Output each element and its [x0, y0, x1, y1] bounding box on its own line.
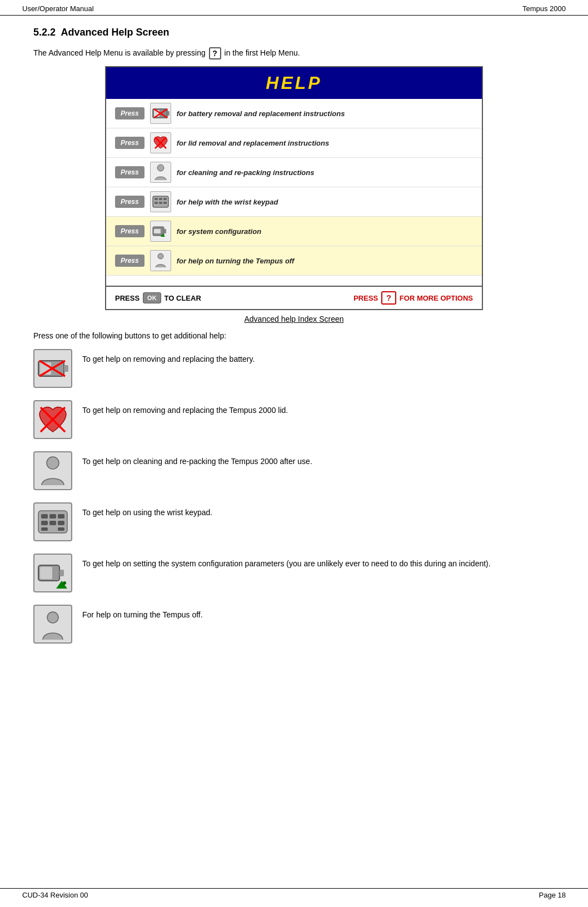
page-header: User/Operator Manual Tempus 2000 [0, 0, 588, 16]
svg-point-42 [47, 612, 58, 623]
screen-caption: Advanced help Index Screen [33, 315, 555, 323]
screen-icon-config [150, 221, 171, 242]
svg-rect-20 [64, 365, 68, 372]
svg-rect-13 [159, 202, 162, 204]
screen-container: HELP Press for battery removal and repla… [105, 66, 483, 310]
big-icon-lid [33, 400, 72, 439]
svg-rect-31 [41, 521, 48, 525]
press-btn-3: Press [115, 166, 144, 178]
svg-point-7 [157, 165, 164, 171]
section-heading: 5.2.2 Advanced Help Screen [33, 27, 555, 38]
screen-footer: PRESS OK TO CLEAR PRESS ? FOR MORE OPTIO… [106, 286, 482, 309]
screen-rows: Press for battery removal and replacemen… [106, 99, 482, 276]
intro-suffix: in the first Help Menu. [225, 48, 300, 57]
svg-rect-34 [41, 527, 48, 531]
screen-icon-battery [150, 103, 171, 124]
big-icon-config [33, 554, 72, 592]
press-btn-5: Press [115, 225, 144, 237]
screen-row-turnoff: Press for help on turning the Tempus off [106, 246, 482, 276]
ok-button-icon: OK [143, 292, 161, 303]
footer-for-more: FOR MORE OPTIONS [400, 294, 473, 302]
footer-to-clear: TO CLEAR [165, 294, 201, 302]
svg-rect-11 [163, 198, 167, 200]
svg-rect-16 [164, 229, 166, 233]
footer-right: Page 18 [539, 891, 566, 899]
svg-rect-1 [167, 111, 170, 116]
svg-point-18 [158, 253, 163, 259]
svg-rect-30 [58, 514, 64, 519]
screen-row-text-2: for lid removal and replacement instruct… [177, 139, 330, 147]
question-button-icon: ? [381, 291, 396, 305]
svg-point-26 [47, 457, 59, 469]
section-number: 5.2.2 [33, 27, 56, 38]
svg-rect-35 [58, 527, 64, 531]
big-icon-keypad [33, 502, 72, 541]
big-icon-battery [33, 349, 72, 388]
screen-icon-turnoff [150, 250, 171, 271]
header-right: Tempus 2000 [522, 4, 566, 13]
svg-rect-17 [154, 229, 161, 233]
screen-row-text-1: for battery removal and replacement inst… [177, 109, 345, 118]
screen-header: HELP [106, 67, 482, 99]
intro-text: The Advanced Help Menu is available by p… [33, 48, 206, 57]
footer-press-label: PRESS [115, 294, 139, 302]
icon-text-battery: To get help on removing and replacing th… [33, 349, 555, 388]
footer-press-label-2: PRESS [353, 294, 378, 302]
press-one-of-text: Press one of the following buttons to ge… [33, 331, 555, 340]
svg-rect-14 [163, 202, 167, 204]
svg-rect-29 [49, 514, 56, 519]
screen-footer-right: PRESS ? FOR MORE OPTIONS [353, 291, 473, 305]
page-footer: CUD-34 Revision 00 Page 18 [0, 888, 588, 901]
icon-text-lid: To get help on removing and replacing th… [33, 400, 555, 439]
intro-paragraph: The Advanced Help Menu is available by p… [33, 47, 555, 59]
screen-footer-left: PRESS OK TO CLEAR [115, 292, 201, 303]
icon-text-keypad: To get help on using the wrist keypad. [33, 502, 555, 541]
section-title: Advanced Help Screen [61, 27, 169, 38]
screen-row-keypad: Press for help with the wrist keypad [106, 187, 482, 217]
press-btn-2: Press [115, 137, 144, 149]
icon-description-config: To get help on setting the system config… [82, 554, 491, 570]
screen-row-battery: Press for battery removal and replacemen… [106, 99, 482, 128]
svg-rect-38 [59, 570, 64, 576]
screen-icon-cleaning [150, 162, 171, 183]
screen-row-text-5: for system configuration [177, 227, 261, 236]
icon-text-cleaning: To get help on cleaning and re-packing t… [33, 451, 555, 490]
svg-rect-32 [49, 521, 56, 525]
svg-point-41 [63, 581, 66, 585]
icon-text-config: To get help on setting the system config… [33, 554, 555, 592]
press-btn-4: Press [115, 196, 144, 208]
icon-description-turnoff: For help on turning the Tempus off. [82, 605, 203, 621]
svg-rect-36 [49, 527, 56, 531]
screen-row-lid: Press for lid removal and replacement in… [106, 128, 482, 158]
screen-row-config: Press for system configuration [106, 217, 482, 246]
screen-row-text-3: for cleaning and re-packing instructions [177, 168, 315, 177]
big-icon-cleaning [33, 451, 72, 490]
icon-description-cleaning: To get help on cleaning and re-packing t… [82, 451, 312, 467]
svg-rect-39 [40, 567, 52, 579]
svg-rect-28 [41, 514, 48, 519]
svg-rect-10 [159, 198, 162, 200]
main-content: 5.2.2 Advanced Help Screen The Advanced … [0, 16, 588, 689]
screen-row-text-6: for help on turning the Tempus off [177, 257, 295, 265]
icon-description-keypad: To get help on using the wrist keypad. [82, 502, 212, 519]
screen-icon-lid [150, 132, 171, 153]
screen-icon-keypad [150, 191, 171, 212]
icon-description-lid: To get help on removing and replacing th… [82, 400, 288, 416]
svg-rect-33 [58, 521, 64, 525]
screen-row-cleaning: Press for cleaning and re-packing instru… [106, 158, 482, 187]
icon-description-battery: To get help on removing and replacing th… [82, 349, 255, 365]
press-btn-6: Press [115, 255, 144, 267]
help-question-icon: ? [209, 47, 221, 59]
header-left: User/Operator Manual [22, 4, 94, 13]
footer-left: CUD-34 Revision 00 [22, 891, 88, 899]
big-icon-turnoff [33, 605, 72, 644]
press-btn-1: Press [115, 107, 144, 119]
icon-text-turnoff: For help on turning the Tempus off. [33, 605, 555, 644]
svg-rect-12 [155, 202, 158, 204]
screen-row-text-4: for help with the wrist keypad [177, 198, 278, 206]
svg-rect-9 [155, 198, 158, 200]
